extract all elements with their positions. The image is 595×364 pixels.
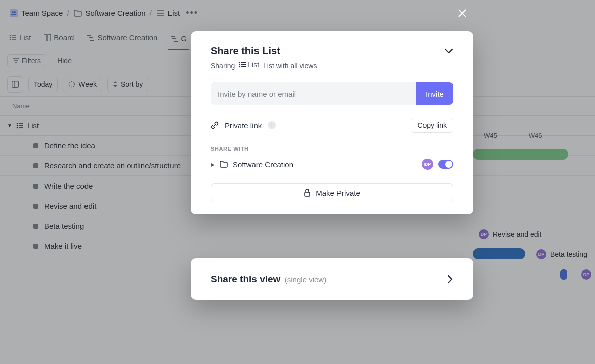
invite-button[interactable]: Invite — [416, 82, 453, 105]
scope-list-word: List — [248, 61, 259, 69]
svg-rect-36 — [241, 62, 246, 63]
chevron-down-icon — [444, 48, 453, 54]
close-button[interactable] — [455, 6, 469, 20]
svg-point-35 — [239, 62, 240, 63]
svg-rect-40 — [241, 66, 246, 67]
share-view-card[interactable]: Share this view (single view) — [191, 258, 473, 300]
svg-rect-38 — [241, 64, 246, 65]
share-view-title: Share this view — [211, 274, 280, 284]
copy-link-button[interactable]: Copy link — [411, 118, 453, 133]
svg-point-37 — [239, 64, 240, 65]
invite-input[interactable] — [211, 82, 416, 105]
scope-selector[interactable]: List — [239, 61, 259, 70]
share-folder-name: Software Creation — [233, 160, 293, 169]
share-list-modal: Share this List Sharing List List with a… — [191, 31, 473, 214]
svg-rect-41 — [305, 192, 310, 196]
list-icon — [239, 62, 246, 68]
lock-icon — [304, 189, 311, 197]
shared-avatar[interactable]: DP — [422, 159, 433, 170]
make-private-button[interactable]: Make Private — [211, 183, 453, 202]
collapse-modal-button[interactable] — [444, 48, 453, 54]
modal-title: Share this List — [211, 45, 280, 57]
expand-share-row[interactable]: ▶ — [211, 162, 215, 167]
sharing-scope-line: Sharing List List with all views — [211, 61, 453, 70]
folder-icon — [220, 161, 228, 168]
info-icon[interactable]: i — [268, 121, 276, 129]
scope-tail: List with all views — [263, 62, 317, 70]
close-icon — [458, 9, 467, 18]
share-view-subtitle: (single view) — [285, 275, 326, 284]
make-private-label: Make Private — [316, 189, 360, 197]
share-with-header: SHARE WITH — [211, 146, 453, 152]
link-icon — [211, 121, 219, 129]
share-toggle[interactable] — [438, 160, 453, 169]
svg-point-39 — [239, 66, 240, 67]
sharing-label: Sharing — [211, 62, 235, 70]
chevron-right-icon — [447, 275, 453, 284]
private-link-label: Private link — [225, 121, 262, 130]
